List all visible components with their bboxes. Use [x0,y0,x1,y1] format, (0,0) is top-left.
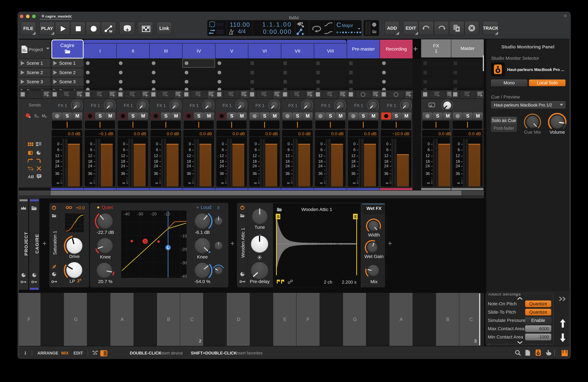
svg-text:w: w [109,29,112,33]
svg-text:L: L [167,245,169,250]
svg-text:E: E [354,214,357,219]
svg-text:S: S [277,214,279,219]
svg-text:Q: Q [144,239,147,243]
